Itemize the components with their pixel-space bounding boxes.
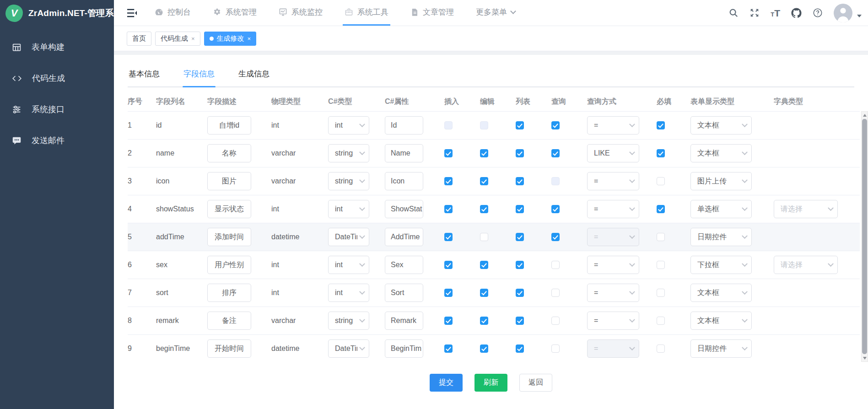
insert-checkbox[interactable] [444, 149, 453, 157]
query-mode-select[interactable]: = [587, 256, 639, 274]
dict-type-select[interactable]: 请选择 [774, 256, 838, 274]
query-checkbox[interactable] [551, 344, 560, 353]
submit-button[interactable]: 提交 [430, 374, 463, 392]
field-desc-input[interactable]: 显示状态 [207, 200, 251, 218]
field-desc-input[interactable]: 名称 [207, 144, 251, 162]
query-checkbox[interactable] [551, 233, 560, 241]
display-type-select[interactable]: 日期控件 [690, 228, 752, 246]
list-checkbox[interactable] [516, 205, 524, 213]
nav-item-system-tools[interactable]: 系统工具 [343, 0, 390, 26]
nav-item-article-manage[interactable]: 文章管理 [409, 0, 456, 26]
query-mode-select[interactable]: = [587, 200, 639, 218]
list-checkbox[interactable] [516, 233, 524, 241]
query-checkbox[interactable] [551, 317, 560, 325]
list-checkbox[interactable] [516, 261, 524, 269]
insert-checkbox[interactable] [444, 177, 453, 185]
query-checkbox[interactable] [551, 261, 560, 269]
display-type-select[interactable]: 单选框 [690, 200, 752, 218]
tab-basic-info[interactable]: 基本信息 [128, 64, 161, 86]
fullscreen-icon[interactable] [749, 8, 760, 18]
list-checkbox[interactable] [516, 177, 524, 185]
sidebar-item-code-gen[interactable]: 代码生成 [0, 63, 114, 94]
tag-code-gen[interactable]: 代码生成 × [155, 32, 200, 46]
required-checkbox[interactable] [657, 261, 665, 269]
insert-checkbox[interactable] [444, 344, 453, 353]
edit-checkbox[interactable] [480, 177, 488, 185]
csharp-prop-input[interactable]: BeginTim [385, 339, 423, 358]
csharp-prop-input[interactable]: Name [385, 144, 423, 162]
sidebar-item-form-builder[interactable]: 表单构建 [0, 32, 114, 63]
edit-checkbox[interactable] [480, 344, 488, 353]
insert-checkbox[interactable] [444, 289, 453, 297]
app-logo[interactable]: V ZrAdmin.NET-管理系统 [0, 0, 114, 26]
required-checkbox[interactable] [657, 289, 665, 297]
query-mode-select[interactable]: = [587, 312, 639, 330]
dict-type-select[interactable]: 请选择 [774, 200, 838, 218]
required-checkbox[interactable] [657, 177, 665, 185]
required-checkbox[interactable] [657, 121, 665, 129]
csharp-prop-input[interactable]: Sex [385, 256, 423, 274]
edit-checkbox[interactable] [480, 149, 488, 157]
field-desc-input[interactable]: 备注 [207, 312, 251, 330]
list-checkbox[interactable] [516, 149, 524, 157]
tab-field-info[interactable]: 字段信息 [183, 64, 216, 86]
nav-item-dashboard[interactable]: 控制台 [153, 0, 193, 26]
display-type-select[interactable]: 下拉框 [690, 256, 752, 274]
insert-checkbox[interactable] [444, 233, 453, 241]
query-mode-select[interactable]: = [587, 284, 639, 302]
menu-fold-icon[interactable] [127, 0, 137, 26]
display-type-select[interactable]: 文本框 [690, 116, 752, 135]
csharp-type-select[interactable]: string [328, 172, 369, 190]
refresh-button[interactable]: 刷新 [474, 374, 507, 392]
csharp-type-select[interactable]: DateTime [328, 339, 369, 358]
github-icon[interactable] [791, 8, 802, 18]
vertical-scrollbar[interactable] [861, 111, 868, 362]
field-desc-input[interactable]: 开始时间 [207, 339, 251, 358]
field-desc-input[interactable]: 自增id [207, 116, 251, 135]
display-type-select[interactable]: 文本框 [690, 144, 752, 162]
field-desc-input[interactable]: 图片 [207, 172, 251, 190]
csharp-type-select[interactable]: string [328, 312, 369, 330]
tag-home[interactable]: 首页 [127, 32, 151, 46]
nav-item-system-monitor[interactable]: 系统监控 [277, 0, 324, 26]
insert-checkbox[interactable] [444, 261, 453, 269]
query-mode-select[interactable]: = [587, 116, 639, 135]
field-desc-input[interactable]: 用户性别 [207, 256, 251, 274]
csharp-type-select[interactable]: DateTime [328, 228, 369, 246]
edit-checkbox[interactable] [480, 289, 488, 297]
tag-gen-edit[interactable]: 生成修改 × [204, 32, 257, 46]
scrollbar-thumb[interactable] [862, 119, 867, 354]
edit-checkbox[interactable] [480, 317, 488, 325]
csharp-type-select[interactable]: int [328, 200, 369, 218]
list-checkbox[interactable] [516, 344, 524, 353]
display-type-select[interactable]: 文本框 [690, 312, 752, 330]
user-menu[interactable] [834, 4, 862, 22]
edit-checkbox[interactable] [480, 233, 488, 241]
required-checkbox[interactable] [657, 233, 665, 241]
sidebar-item-send-mail[interactable]: 发送邮件 [0, 125, 114, 156]
csharp-prop-input[interactable]: Id [385, 116, 423, 135]
csharp-type-select[interactable]: int [328, 116, 369, 135]
csharp-type-select[interactable]: int [328, 284, 369, 302]
query-checkbox[interactable] [551, 289, 560, 297]
tab-gen-info[interactable]: 生成信息 [237, 64, 270, 86]
required-checkbox[interactable] [657, 205, 665, 213]
edit-checkbox[interactable] [480, 205, 488, 213]
csharp-prop-input[interactable]: AddTime [385, 228, 423, 246]
query-checkbox[interactable] [551, 149, 560, 157]
csharp-prop-input[interactable]: Remark [385, 312, 423, 330]
query-checkbox[interactable] [551, 121, 560, 129]
back-button[interactable]: 返回 [519, 374, 552, 392]
list-checkbox[interactable] [516, 121, 524, 129]
query-checkbox[interactable] [551, 205, 560, 213]
required-checkbox[interactable] [657, 317, 665, 325]
nav-item-system-manage[interactable]: 系统管理 [211, 0, 259, 26]
display-type-select[interactable]: 图片上传 [690, 172, 752, 190]
csharp-type-select[interactable]: string [328, 144, 369, 162]
close-icon[interactable]: × [191, 35, 195, 42]
csharp-prop-input[interactable]: Icon [385, 172, 423, 190]
field-desc-input[interactable]: 排序 [207, 284, 251, 302]
insert-checkbox[interactable] [444, 317, 453, 325]
help-icon[interactable] [813, 8, 823, 18]
required-checkbox[interactable] [657, 344, 665, 353]
